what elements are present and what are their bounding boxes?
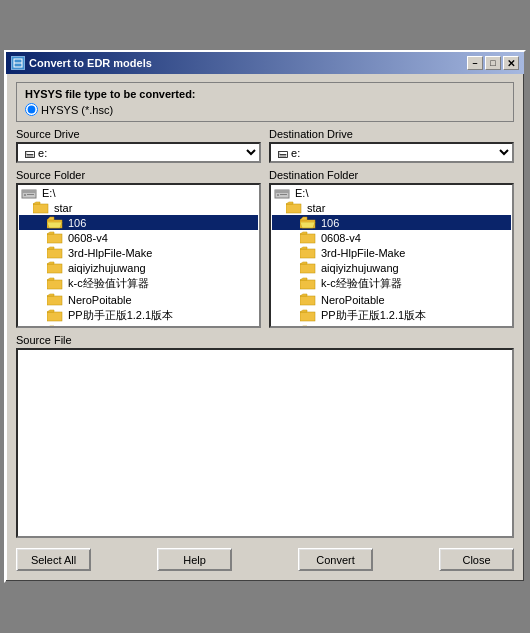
svg-marker-16 xyxy=(47,262,54,264)
list-item[interactable]: aiqiyizhujuwang xyxy=(19,260,258,275)
bottom-buttons: Select All Help Convert Close xyxy=(16,544,514,573)
source-drive-wrapper: 🖴 e: xyxy=(16,142,261,163)
title-bar: Convert to EDR models – □ ✕ xyxy=(6,52,524,74)
svg-point-4 xyxy=(24,194,26,196)
title-bar-text: Convert to EDR models xyxy=(11,56,152,70)
svg-rect-38 xyxy=(300,249,315,258)
svg-rect-21 xyxy=(47,312,62,321)
svg-marker-10 xyxy=(47,222,62,228)
list-item[interactable]: 3rd-HlpFile-Make xyxy=(272,245,511,260)
window-icon xyxy=(11,56,25,70)
list-item[interactable]: star xyxy=(19,200,258,215)
close-button-bottom[interactable]: Close xyxy=(439,548,514,571)
source-folder-box[interactable]: E:\ star 106 0608-v4 3rd-HlpFile-Make ai… xyxy=(16,183,261,328)
list-item[interactable]: NeroPoitable xyxy=(19,292,258,307)
svg-marker-14 xyxy=(47,247,54,249)
hysys-radio-label: HYSYS (*.hsc) xyxy=(41,104,113,116)
svg-marker-7 xyxy=(33,202,40,204)
hysys-section: HYSYS file type to be converted: HYSYS (… xyxy=(16,82,514,122)
source-file-box[interactable] xyxy=(16,348,514,538)
svg-rect-30 xyxy=(280,194,287,195)
svg-marker-9 xyxy=(47,217,54,220)
svg-rect-19 xyxy=(47,296,62,305)
dest-drive-label: Destination Drive xyxy=(269,128,514,140)
dest-drive-col: Destination Drive 🖴 e: xyxy=(269,128,514,163)
svg-rect-46 xyxy=(300,312,315,321)
list-item[interactable]: aiqiyizhujuwang xyxy=(272,260,511,275)
svg-rect-36 xyxy=(300,234,315,243)
hysys-radio[interactable] xyxy=(25,103,38,116)
title-buttons: – □ ✕ xyxy=(467,56,519,70)
list-item[interactable]: E:\ xyxy=(272,186,511,200)
source-drive-select[interactable]: 🖴 e: xyxy=(16,142,261,163)
list-item[interactable]: k-c经验值计算器 xyxy=(19,275,258,292)
hysys-radio-row: HYSYS (*.hsc) xyxy=(25,103,505,116)
svg-rect-5 xyxy=(27,194,34,195)
list-item[interactable]: 106 xyxy=(19,215,258,230)
list-item[interactable]: star xyxy=(272,200,511,215)
list-item[interactable]: Virtual Router xyxy=(19,324,258,328)
list-item[interactable]: PP助手正版1.2.1版本 xyxy=(19,307,258,324)
list-item[interactable]: k-c经验值计算器 xyxy=(272,275,511,292)
svg-rect-11 xyxy=(47,234,62,243)
svg-rect-6 xyxy=(33,204,48,213)
dest-folder-box[interactable]: E:\ star 106 0608-v4 3rd-HlpFile-Make ai… xyxy=(269,183,514,328)
dest-folder-label: Destination Folder xyxy=(269,169,514,181)
svg-rect-40 xyxy=(300,264,315,273)
svg-marker-35 xyxy=(300,222,315,228)
svg-marker-45 xyxy=(300,294,307,296)
svg-marker-39 xyxy=(300,247,307,249)
window-title: Convert to EDR models xyxy=(29,57,152,69)
svg-point-29 xyxy=(277,194,279,196)
svg-marker-18 xyxy=(47,278,54,280)
list-item[interactable]: Virtual Router xyxy=(272,324,511,328)
window-body: HYSYS file type to be converted: HYSYS (… xyxy=(6,74,524,581)
maximize-button[interactable]: □ xyxy=(485,56,501,70)
hysys-label: HYSYS file type to be converted: xyxy=(25,88,505,100)
svg-marker-37 xyxy=(300,232,307,234)
list-item[interactable]: 0608-v4 xyxy=(19,230,258,245)
source-file-label: Source File xyxy=(16,334,514,346)
drives-row: Source Drive 🖴 e: Destination Drive 🖴 e: xyxy=(16,128,514,163)
close-button[interactable]: ✕ xyxy=(503,56,519,70)
dest-drive-select[interactable]: 🖴 e: xyxy=(269,142,514,163)
list-item[interactable]: 3rd-HlpFile-Make xyxy=(19,245,258,260)
list-item[interactable]: NeroPoitable xyxy=(272,292,511,307)
list-item[interactable]: PP助手正版1.2.1版本 xyxy=(272,307,511,324)
svg-rect-44 xyxy=(300,296,315,305)
dest-drive-wrapper: 🖴 e: xyxy=(269,142,514,163)
source-drive-col: Source Drive 🖴 e: xyxy=(16,128,261,163)
svg-rect-15 xyxy=(47,264,62,273)
svg-rect-3 xyxy=(22,190,36,193)
svg-marker-32 xyxy=(286,202,293,204)
source-drive-label: Source Drive xyxy=(16,128,261,140)
svg-marker-20 xyxy=(47,294,54,296)
svg-rect-42 xyxy=(300,280,315,289)
svg-marker-24 xyxy=(47,326,54,328)
help-button[interactable]: Help xyxy=(157,548,232,571)
source-file-section: Source File xyxy=(16,334,514,538)
svg-rect-13 xyxy=(47,249,62,258)
list-item[interactable]: 0608-v4 xyxy=(272,230,511,245)
svg-rect-17 xyxy=(47,280,62,289)
svg-rect-28 xyxy=(275,190,289,193)
dest-folder-col: Destination Folder E:\ star 106 0608-v4 … xyxy=(269,169,514,328)
svg-marker-34 xyxy=(300,217,307,220)
convert-button[interactable]: Convert xyxy=(298,548,373,571)
svg-marker-41 xyxy=(300,262,307,264)
select-all-button[interactable]: Select All xyxy=(16,548,91,571)
list-item[interactable]: 106 xyxy=(272,215,511,230)
source-folder-label: Source Folder xyxy=(16,169,261,181)
svg-marker-47 xyxy=(300,310,307,312)
svg-rect-31 xyxy=(286,204,301,213)
svg-marker-43 xyxy=(300,278,307,280)
svg-marker-49 xyxy=(300,326,307,328)
folders-row: Source Folder E:\ star 106 0608-v4 3rd-H… xyxy=(16,169,514,328)
list-item[interactable]: E:\ xyxy=(19,186,258,200)
source-folder-col: Source Folder E:\ star 106 0608-v4 3rd-H… xyxy=(16,169,261,328)
main-window: Convert to EDR models – □ ✕ HYSYS file t… xyxy=(4,50,526,583)
minimize-button[interactable]: – xyxy=(467,56,483,70)
svg-marker-12 xyxy=(47,232,54,234)
svg-marker-22 xyxy=(47,310,54,312)
